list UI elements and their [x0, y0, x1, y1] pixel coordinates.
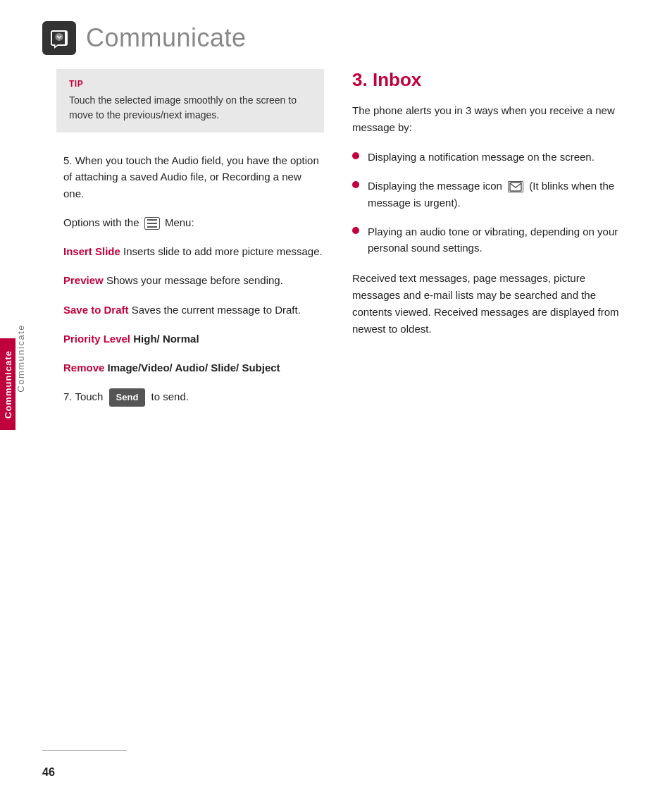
remove-label: Remove — [63, 362, 104, 374]
menu-icon — [144, 217, 160, 230]
save-to-draft-label: Save to Draft — [63, 304, 129, 316]
communicate-icon — [42, 21, 76, 55]
bullet-item-2: Displaying the message icon (It blinks w… — [352, 178, 630, 211]
priority-level-item: Priority Level High/ Normal — [56, 331, 324, 347]
section-title: 3. Inbox — [352, 69, 630, 91]
insert-slide-item: Insert Slide Inserts slide to add more p… — [56, 243, 324, 259]
bullet-dot-2 — [352, 181, 359, 188]
list-item-7: 7. Touch Send to send. — [56, 388, 324, 407]
page-number: 46 — [42, 766, 55, 779]
bullet-text-2: Displaying the message icon (It blinks w… — [368, 178, 630, 211]
sidebar-label: Communicate — [15, 324, 26, 393]
bullet-text-1: Displaying a notification message on the… — [368, 149, 595, 165]
bullet-item-1: Displaying a notification message on the… — [352, 149, 630, 165]
sidebar-tab-text: Communicate — [3, 350, 13, 419]
left-column: TIP Touch the selected image smoothly on… — [56, 69, 324, 419]
intro-text: The phone alerts you in 3 ways when you … — [352, 102, 630, 136]
bullet-item-3: Playing an audio tone or vibrating, depe… — [352, 223, 630, 257]
closing-text: Received text messages, page messages, p… — [352, 270, 630, 338]
right-column: 3. Inbox The phone alerts you in 3 ways … — [352, 69, 630, 419]
remove-item: Remove Image/Video/ Audio/ Slide/ Subjec… — [56, 359, 324, 376]
bullet-dot-1 — [352, 152, 359, 159]
svg-rect-0 — [510, 183, 521, 191]
page-header: Communicate — [0, 0, 672, 69]
preview-label: Preview — [63, 274, 104, 286]
bullet-list: Displaying a notification message on the… — [352, 149, 630, 256]
tip-text: Touch the selected image smoothly on the… — [69, 93, 311, 123]
list-item-5: 5. When you touch the Audio field, you h… — [56, 152, 324, 202]
main-content: TIP Touch the selected image smoothly on… — [0, 69, 672, 419]
tip-label: TIP — [69, 79, 311, 89]
bottom-divider — [42, 750, 127, 751]
bullet-text-3: Playing an audio tone or vibrating, depe… — [368, 223, 630, 257]
sidebar-tab: Communicate — [0, 338, 15, 430]
list-item-6: Options with the Menu: — [56, 214, 324, 230]
send-button[interactable]: Send — [109, 388, 146, 407]
tip-box: TIP Touch the selected image smoothly on… — [56, 69, 324, 133]
bullet-dot-3 — [352, 227, 359, 234]
insert-slide-label: Insert Slide — [63, 245, 120, 257]
priority-level-label: Priority Level — [63, 333, 130, 345]
preview-item: Preview Shows your message before sendin… — [56, 272, 324, 288]
envelope-icon — [508, 181, 523, 192]
page-title: Communicate — [86, 23, 247, 53]
save-to-draft-item: Save to Draft Saves the current message … — [56, 302, 324, 318]
